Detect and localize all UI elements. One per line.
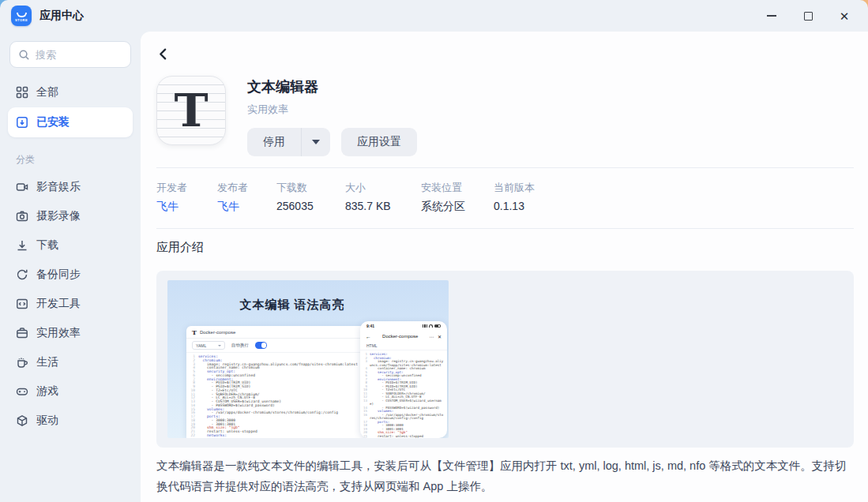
close-icon: ✕ <box>840 10 850 22</box>
info-label: 下载数 <box>276 181 345 195</box>
app-name: 文本编辑器 <box>247 77 417 96</box>
developer-link[interactable]: 飞牛 <box>156 200 217 214</box>
screenshot-phone-window: 9:41 ← Docker-compose ⋯ ✕ <box>360 321 447 438</box>
phone-language-select: HTML <box>360 342 447 350</box>
search-input[interactable] <box>36 49 122 61</box>
info-label: 发布者 <box>217 181 276 195</box>
app-category[interactable]: 实用效率 <box>247 103 417 117</box>
phone-code: 1services:2 chromium:3 image: registry.c… <box>360 350 447 438</box>
wrap-label: 自动换行 <box>231 343 249 348</box>
sidebar: 全部 已安装 分类 影音娱乐 摄影录像 下载 备份同步 开发工具 <box>0 32 141 502</box>
camera-icon <box>16 210 28 223</box>
minimize-icon <box>767 15 776 17</box>
sidebar-item-all[interactable]: 全部 <box>8 77 133 107</box>
stop-split-button: 停用 <box>247 128 330 156</box>
sidebar-item-life[interactable]: 生活 <box>8 347 133 376</box>
language-value: HTML <box>366 343 378 348</box>
download-icon <box>16 239 28 252</box>
app-store-logo-icon: STORE <box>11 6 32 26</box>
chevron-left-icon <box>156 47 170 61</box>
main-panel: T 文本编辑器 实用效率 停用 应用设置 <box>141 32 868 502</box>
info-location: 安装位置 系统分区 <box>421 181 494 214</box>
language-select: YAML <box>192 341 225 350</box>
sidebar-item-label: 全部 <box>36 85 58 99</box>
sidebar-item-drivers[interactable]: 驱动 <box>8 406 133 435</box>
info-developer: 开发者 飞牛 <box>156 181 217 214</box>
back-arrow-icon: ← <box>366 334 371 339</box>
app-header: T 文本编辑器 实用效率 停用 应用设置 <box>156 76 854 145</box>
language-value: YAML <box>196 343 206 348</box>
publisher-link[interactable]: 飞牛 <box>217 200 276 214</box>
sidebar-item-photo[interactable]: 摄影录像 <box>8 201 133 230</box>
gamepad-icon <box>16 385 28 398</box>
sidebar-item-productivity[interactable]: 实用效率 <box>8 318 133 347</box>
location-value: 系统分区 <box>421 200 494 214</box>
stop-dropdown-button[interactable] <box>302 128 330 156</box>
divider <box>156 228 854 229</box>
back-button[interactable] <box>156 46 174 62</box>
chevron-down-icon <box>312 140 320 144</box>
phone-time: 9:41 <box>366 324 374 328</box>
editor-title: Docker-compose <box>200 330 235 335</box>
close-icon: ✕ <box>438 334 442 339</box>
window-title: 应用中心 <box>39 9 84 23</box>
app-meta: 文本编辑器 实用效率 停用 应用设置 <box>247 76 417 145</box>
app-icon-letter: T <box>174 88 208 133</box>
sidebar-item-media[interactable]: 影音娱乐 <box>8 172 133 201</box>
phone-title: Docker-compose <box>374 334 426 339</box>
installed-icon <box>16 116 28 129</box>
close-button[interactable]: ✕ <box>838 9 851 22</box>
maximize-icon <box>804 12 813 21</box>
minimize-button[interactable] <box>765 9 778 22</box>
sidebar-item-games[interactable]: 游戏 <box>8 376 133 406</box>
signal-icon <box>423 324 427 328</box>
search-icon <box>18 49 30 61</box>
info-label: 安装位置 <box>421 181 494 195</box>
logo-word: STORE <box>15 18 28 22</box>
phone-statusbar: 9:41 <box>360 321 447 331</box>
stop-button[interactable]: 停用 <box>247 128 301 156</box>
maximize-button[interactable] <box>802 9 814 22</box>
wrap-toggle <box>255 342 267 349</box>
chevron-down-icon <box>218 345 221 347</box>
search-box[interactable] <box>9 41 131 68</box>
downloads-value: 256035 <box>276 200 345 212</box>
app-info-row: 开发者 飞牛 发布者 飞牛 下载数 256035 大小 835.7 KB 安装位… <box>156 168 854 228</box>
sidebar-item-installed[interactable]: 已安装 <box>8 107 133 137</box>
video-camera-icon <box>16 181 28 193</box>
editor-app-icon: T <box>192 328 197 336</box>
briefcase-icon <box>16 327 28 339</box>
wifi-icon <box>429 324 433 328</box>
screenshot-headline: 文本编辑 语法高亮 <box>167 298 417 313</box>
sidebar-item-label: 影音娱乐 <box>36 180 81 194</box>
sidebar-item-devtools[interactable]: 开发工具 <box>8 289 133 318</box>
section-title: 应用介绍 <box>156 240 854 255</box>
info-size: 大小 835.7 KB <box>345 181 421 214</box>
sidebar-item-backup[interactable]: 备份同步 <box>8 260 133 289</box>
bag-handle-icon <box>17 13 27 17</box>
sidebar-item-label: 生活 <box>36 355 58 369</box>
sidebar-item-download[interactable]: 下载 <box>8 230 133 260</box>
sidebar-item-label: 实用效率 <box>36 326 81 340</box>
sidebar-item-label: 摄影录像 <box>36 209 81 223</box>
phone-status-icons <box>423 324 441 328</box>
app-screenshot-image[interactable]: 文本编辑 语法高亮 T Docker-compose YAML 自动换行 <box>167 280 449 438</box>
info-publisher: 发布者 飞牛 <box>217 181 276 214</box>
window-controls: ✕ <box>765 9 857 22</box>
phone-navbar: ← Docker-compose ⋯ ✕ <box>360 331 447 342</box>
sidebar-item-label: 游戏 <box>36 384 58 399</box>
titlebar: STORE 应用中心 ✕ <box>0 0 868 32</box>
sidebar-item-label: 驱动 <box>36 414 58 428</box>
sidebar-item-label: 开发工具 <box>36 297 81 311</box>
sync-icon <box>16 268 28 281</box>
app-window: STORE 应用中心 ✕ 全部 已安装 分类 影音娱乐 摄影录像 <box>0 0 868 502</box>
cube-icon <box>16 414 28 427</box>
dev-tools-icon <box>16 298 28 310</box>
info-downloads: 下载数 256035 <box>276 181 345 214</box>
more-icon: ⋯ <box>429 334 434 339</box>
info-label: 当前版本 <box>494 181 535 195</box>
app-settings-button[interactable]: 应用设置 <box>341 128 417 156</box>
app-description: 文本编辑器是一款纯文本文件的编辑工具，安装后可从【文件管理】应用内打开 txt,… <box>156 455 854 496</box>
info-version: 当前版本 0.1.13 <box>494 181 535 214</box>
sidebar-section-label: 分类 <box>16 153 133 166</box>
